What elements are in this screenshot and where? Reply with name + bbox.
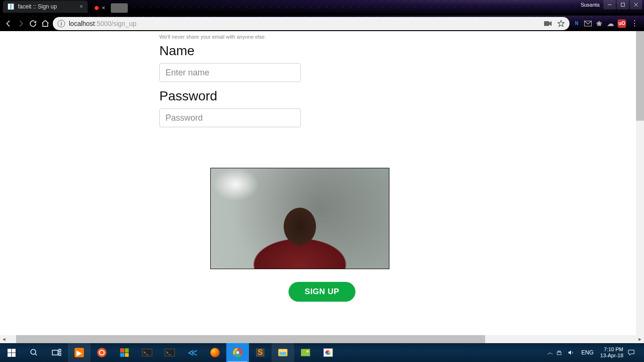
horizontal-scrollbar[interactable]: ◄ ►: [0, 335, 644, 343]
extension-cloud-icon[interactable]: ☁: [606, 19, 615, 28]
taskbar-search-button[interactable]: [23, 343, 45, 362]
site-info-icon[interactable]: i: [58, 20, 65, 27]
firefox-icon: [210, 348, 220, 357]
hscroll-left-button[interactable]: ◄: [0, 335, 8, 343]
browser-menu-button[interactable]: ⋮: [629, 19, 640, 28]
extension-mail-icon[interactable]: [584, 19, 592, 28]
browser-tab-active[interactable]: faceit :: Sign up ×: [3, 0, 88, 13]
sublime-icon: S: [256, 348, 264, 357]
nav-reload-button[interactable]: [28, 19, 38, 28]
svg-rect-11: [59, 353, 61, 355]
recording-close-icon[interactable]: ×: [102, 5, 105, 11]
email-helper-text: We'll never share your email with anyone…: [159, 34, 442, 40]
tray-time: 7:10 PM: [600, 346, 623, 353]
page-viewport: We'll never share your email with anyone…: [0, 31, 644, 335]
recording-indicator-icon[interactable]: [94, 6, 99, 10]
windows-logo-icon: [8, 349, 16, 357]
ms-store-icon: [120, 348, 129, 357]
svg-rect-9: [52, 350, 58, 355]
photos-icon: [301, 349, 310, 356]
name-input[interactable]: [159, 63, 301, 82]
taskbar-app-vscode[interactable]: ≪: [181, 343, 204, 362]
taskbar-app-groove[interactable]: ▶: [68, 343, 91, 362]
pip-thumbnail[interactable]: [111, 3, 128, 13]
tray-volume-icon[interactable]: [567, 349, 578, 356]
file-explorer-icon: [278, 349, 288, 356]
taskbar-app-sublime[interactable]: S: [249, 343, 272, 362]
tray-date: 13-Apr-18: [600, 353, 623, 359]
taskbar-app-chrome[interactable]: [226, 343, 249, 362]
password-label: Password: [159, 89, 442, 104]
svg-rect-4: [544, 21, 549, 26]
tray-overflow-button[interactable]: ︿: [545, 348, 556, 357]
search-icon: [29, 347, 39, 358]
tab-title: faceit :: Sign up: [18, 3, 57, 10]
window-close-button[interactable]: [630, 0, 642, 9]
groove-icon: ▶: [74, 348, 84, 357]
nav-home-button[interactable]: [41, 19, 50, 28]
signup-button[interactable]: SIGN UP: [289, 282, 355, 302]
taskbar-app-firefox[interactable]: [204, 343, 226, 362]
svg-rect-10: [59, 349, 61, 352]
taskbar-app-terminal-1[interactable]: >_: [136, 343, 158, 362]
tab-favicon: [8, 3, 14, 10]
paint-icon: [323, 348, 333, 357]
extension-n-icon[interactable]: N: [572, 19, 581, 28]
extension-ublock-icon[interactable]: uO: [618, 19, 626, 28]
password-input[interactable]: [159, 108, 301, 127]
taskbar-app-paint[interactable]: [317, 343, 339, 362]
terminal-icon: >_: [165, 349, 175, 356]
vscode-icon: ≪: [187, 347, 198, 358]
svg-marker-5: [558, 20, 564, 26]
tray-language[interactable]: ENG: [578, 349, 596, 356]
svg-point-7: [31, 349, 36, 354]
task-view-button[interactable]: [45, 343, 68, 362]
hscroll-thumb[interactable]: [16, 335, 485, 343]
webcam-feed: [211, 168, 389, 269]
extension-paw-icon[interactable]: ❀: [595, 19, 603, 28]
taskbar-app-explorer[interactable]: [272, 343, 294, 362]
taskbar-app-terminal-2[interactable]: >_: [158, 343, 181, 362]
window-minimize-button[interactable]: [603, 0, 616, 9]
bookmark-star-icon[interactable]: [557, 20, 565, 27]
window-maximize-button[interactable]: [617, 0, 629, 9]
tray-bluetooth-icon[interactable]: [556, 349, 567, 356]
svg-line-8: [35, 354, 37, 355]
nav-forward-button: [16, 19, 25, 28]
camera-indicator-icon[interactable]: [544, 21, 552, 26]
chrome-profile-name[interactable]: Susanta: [578, 2, 603, 8]
chrome-icon: [233, 348, 242, 357]
tab-close-icon[interactable]: ×: [80, 3, 83, 10]
window-titlebar: faceit :: Sign up × × Susanta: [0, 0, 644, 16]
svg-rect-1: [621, 3, 625, 7]
vertical-scrollbar-track[interactable]: [636, 31, 644, 335]
taskbar-app-photos[interactable]: [294, 343, 317, 362]
browser-toolbar: i localhost:5000/sign_up N ❀ ☁ uO ⋮: [0, 16, 644, 31]
name-label: Name: [159, 43, 442, 58]
vertical-scrollbar-thumb[interactable]: [636, 31, 644, 121]
action-center-button[interactable]: [627, 349, 644, 356]
address-bar-url: localhost:5000/sign_up: [69, 20, 136, 27]
taskbar-app-ubuntu[interactable]: [91, 343, 113, 362]
start-button[interactable]: [0, 343, 23, 362]
taskbar-app-msstore[interactable]: [113, 343, 136, 362]
hscroll-right-button[interactable]: ►: [636, 335, 644, 343]
nav-back-button[interactable]: [4, 19, 13, 28]
hscroll-track[interactable]: [8, 335, 636, 343]
windows-taskbar: ▶ >_ >_ ≪ S ︿ ENG 7:10 PM 13-Apr-18: [0, 343, 644, 362]
svg-rect-13: [558, 351, 561, 352]
ubuntu-icon: [97, 348, 107, 357]
svg-rect-12: [557, 352, 561, 355]
tray-clock[interactable]: 7:10 PM 13-Apr-18: [596, 346, 627, 359]
terminal-icon: >_: [142, 349, 152, 356]
webcam-preview: [210, 168, 389, 269]
address-bar[interactable]: i localhost:5000/sign_up: [53, 17, 570, 30]
signup-form: We'll never share your email with anyone…: [159, 34, 442, 127]
task-view-icon: [51, 347, 62, 358]
